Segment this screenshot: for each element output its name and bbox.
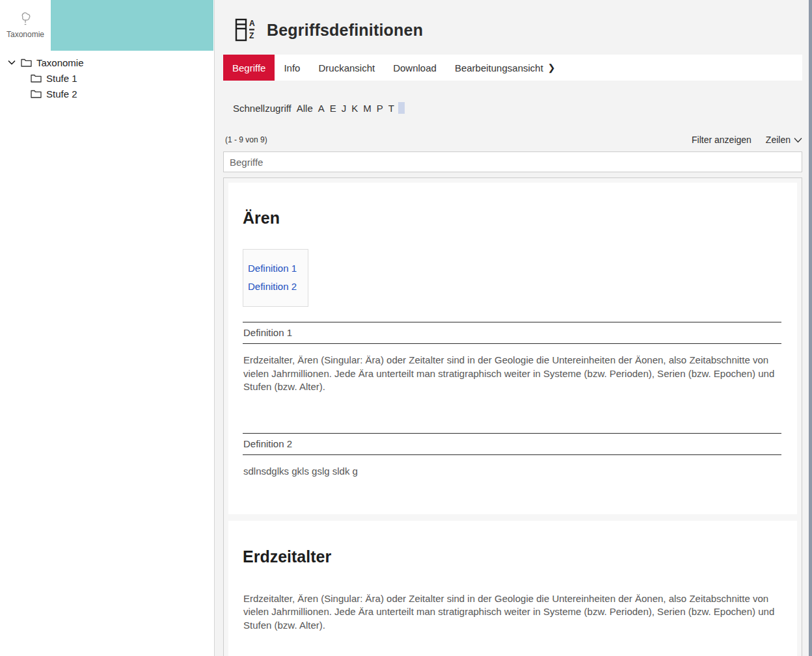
definition-1-section: Definition 1 Erdzeitalter, Ären (Singula… (243, 322, 781, 418)
folder-icon (31, 73, 42, 83)
term-card-erdzeitalter: Erdzeitalter Erdzeitalter, Ären (Singula… (228, 521, 797, 656)
filter-toggle-label: Filter anzeigen (692, 135, 751, 145)
tab-druckansicht[interactable]: Druckansicht (309, 55, 384, 81)
tab-bearbeitungsansicht[interactable]: Bearbeitungsansicht ❯ (446, 55, 565, 81)
definition-1-link[interactable]: Definition 1 (248, 263, 297, 274)
definition-2-link[interactable]: Definition 2 (248, 281, 297, 292)
chevron-down-icon (794, 137, 802, 143)
svg-text:A: A (249, 19, 255, 28)
quick-access-letter-m[interactable]: M (363, 103, 372, 114)
quick-access-bar: Schnellzugriff Alle A E J K M P T (233, 102, 802, 114)
quick-access-label: Schnellzugriff (233, 103, 291, 114)
tab-begriffe[interactable]: Begriffe (223, 55, 275, 81)
definition-label: Definition 1 (243, 322, 781, 344)
rows-toggle[interactable]: Zeilen (766, 135, 802, 145)
quick-access-letter-t[interactable]: T (388, 103, 394, 114)
quick-access-alle[interactable]: Alle (297, 103, 313, 114)
folder-icon (21, 58, 32, 67)
tab-bar: Begriffe Info Druckansicht Download Bear… (223, 55, 802, 81)
definition-label: Definition 2 (243, 434, 781, 455)
tree-item-taxonomie[interactable]: Taxonomie (0, 55, 214, 70)
arrow-right-icon: ❯ (548, 62, 556, 73)
results-meta-row: (1 - 9 von 9) Filter anzeigen Zeilen (223, 135, 802, 145)
definition-text: sdlnsdglks gkls gslg sldk g (243, 465, 781, 479)
tab-download[interactable]: Download (384, 55, 446, 81)
term-title: Ären (243, 209, 781, 228)
sidebar-header: Taxonomie (0, 0, 214, 51)
tree-icon (18, 12, 33, 26)
term-card-aeren: Ären Definition 1 Definition 2 Definitio… (228, 183, 797, 514)
page-title: Begriffsdefinitionen (267, 21, 423, 40)
tab-info[interactable]: Info (275, 55, 309, 81)
definition-text: Erdzeitalter, Ären (Singular: Ära) oder … (243, 592, 781, 633)
tree-item-label: Stufe 1 (46, 73, 77, 84)
sidebar-accent-block (51, 0, 213, 51)
tree-item-stufe-1[interactable]: Stufe 1 (0, 70, 214, 86)
quick-access-letter-a[interactable]: A (318, 103, 325, 114)
column-header-label: Begriffe (230, 157, 263, 168)
rows-toggle-label: Zeilen (766, 135, 791, 145)
page-header: A Z Begriffsdefinitionen (215, 0, 812, 53)
quick-access-letter-k[interactable]: K (351, 103, 358, 114)
svg-text:Z: Z (249, 31, 254, 40)
quick-access-letter-j[interactable]: J (342, 103, 347, 114)
table-column-header: Begriffe (223, 151, 802, 172)
sidebar: Taxonomie Taxonomie Stufe 1 (0, 0, 215, 656)
filter-toggle[interactable]: Filter anzeigen (692, 135, 751, 145)
chevron-down-icon[interactable] (7, 58, 16, 67)
definition-text: Erdzeitalter, Ären (Singular: Ära) oder … (243, 354, 781, 394)
quick-access-letter-p[interactable]: P (377, 103, 383, 114)
taxonomy-panel-button-label: Taxonomie (7, 30, 44, 39)
results-count: (1 - 9 von 9) (223, 135, 267, 144)
tree-item-label: Stufe 2 (46, 88, 77, 99)
folder-icon (31, 89, 42, 98)
quick-access-selection-highlight (398, 102, 405, 114)
glossary-az-icon: A Z (234, 18, 258, 42)
tree-item-label: Taxonomie (36, 57, 84, 68)
scrollbar-thumb[interactable] (809, 0, 812, 656)
tab-label: Bearbeitungsansicht (455, 62, 543, 73)
definition-links-box: Definition 1 Definition 2 (243, 249, 308, 307)
term-title: Erdzeitalter (243, 547, 781, 566)
vertical-scrollbar[interactable] (809, 0, 812, 656)
quick-access-letter-e[interactable]: E (330, 103, 336, 114)
tree-item-stufe-2[interactable]: Stufe 2 (0, 86, 214, 101)
definition-2-section: Definition 2 sdlnsdglks gkls gslg sldk g (243, 433, 781, 479)
main-content: A Z Begriffsdefinitionen Begriffe Info D… (215, 0, 812, 656)
taxonomy-panel-button[interactable]: Taxonomie (0, 0, 51, 51)
results-list: Ären Definition 1 Definition 2 Definitio… (223, 177, 802, 656)
taxonomy-tree: Taxonomie Stufe 1 Stufe 2 (0, 51, 214, 101)
